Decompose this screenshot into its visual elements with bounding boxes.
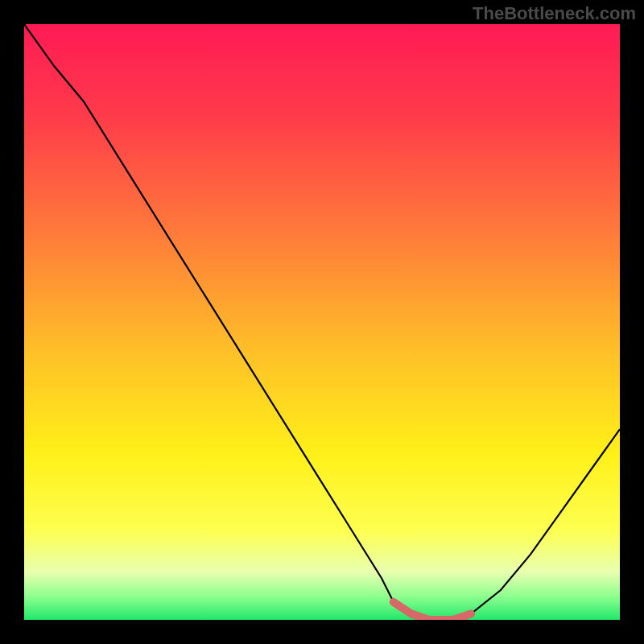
watermark-text: TheBottleneck.com <box>473 3 636 24</box>
curve-path <box>24 24 620 620</box>
chart-area <box>24 24 620 620</box>
bottleneck-curve <box>24 24 620 620</box>
highlight-segment <box>394 602 471 620</box>
